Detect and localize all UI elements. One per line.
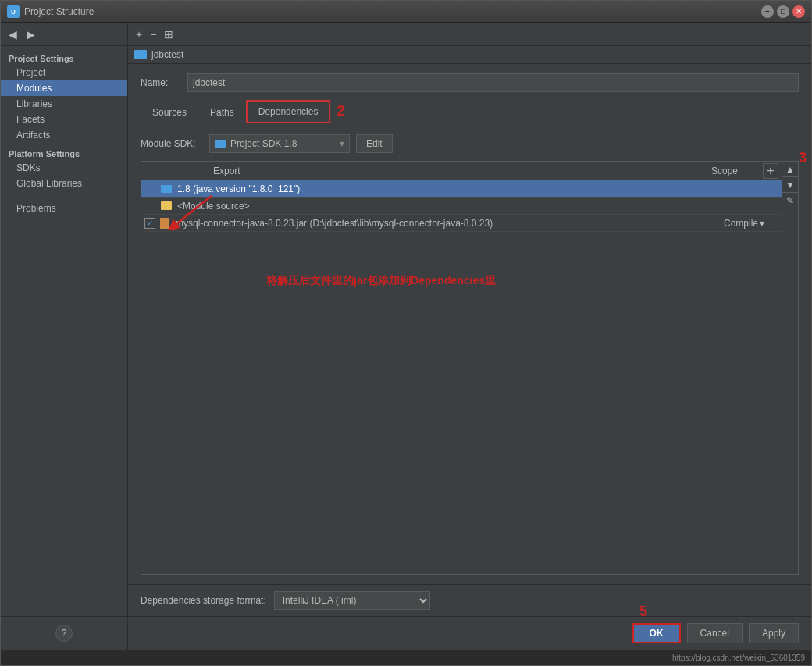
add-module-button[interactable]: + bbox=[133, 27, 145, 42]
sidebar-item-libraries[interactable]: Libraries bbox=[1, 96, 127, 112]
tabs-row: Sources Paths Dependencies 2 bbox=[141, 100, 799, 123]
tab-dependencies-label: Dependencies bbox=[258, 106, 319, 117]
tab-paths-label: Paths bbox=[210, 107, 234, 118]
annotation-3: 3 bbox=[799, 150, 807, 166]
mysql-jar-scope[interactable]: Compile ▾ bbox=[724, 218, 778, 229]
deps-rows: 1.8 (java version "1.8.0_121") <M bbox=[141, 180, 782, 574]
main-toolbar: + − ⊞ bbox=[128, 23, 811, 46]
back-button[interactable]: ◀ bbox=[5, 27, 20, 42]
mysql-jar-scope-value: Compile bbox=[724, 218, 758, 229]
sidebar-item-project-label: Project bbox=[16, 67, 45, 78]
maximize-button[interactable]: □ bbox=[777, 5, 789, 18]
dialog-buttons: 5 OK Cancel Apply bbox=[128, 616, 811, 650]
annotation-text: 将解压后文件里的jar包添加到Dependencies里 bbox=[266, 274, 496, 288]
sidebar-item-sdks-label: SDKs bbox=[16, 162, 41, 173]
project-item[interactable]: jdbctest bbox=[128, 46, 811, 64]
mysql-jar-icon bbox=[158, 218, 171, 229]
copy-module-button[interactable]: ⊞ bbox=[161, 27, 176, 42]
title-bar: U Project Structure − □ ✕ bbox=[1, 1, 811, 23]
project-icon bbox=[134, 50, 147, 59]
storage-format-label: Dependencies storage format: bbox=[141, 595, 266, 606]
tab-paths[interactable]: Paths bbox=[198, 102, 246, 123]
sidebar-item-sdks[interactable]: SDKs bbox=[1, 160, 127, 176]
sidebar-item-problems[interactable]: Problems bbox=[1, 201, 127, 216]
mysql-jar-checkbox[interactable] bbox=[144, 218, 155, 229]
sidebar-item-modules[interactable]: Modules bbox=[1, 80, 127, 96]
window-icon: U bbox=[7, 5, 20, 18]
sidebar-item-modules-label: Modules bbox=[16, 83, 52, 94]
jdk-name: 1.8 (java version "1.8.0_121") bbox=[177, 183, 721, 194]
sidebar-item-global-libraries-label: Global Libraries bbox=[16, 178, 82, 189]
title-text: Project Structure bbox=[24, 6, 761, 17]
deps-down-button[interactable]: ▼ bbox=[782, 177, 798, 193]
sidebar-item-global-libraries[interactable]: Global Libraries bbox=[1, 176, 127, 191]
annotation-2: 2 bbox=[337, 103, 344, 119]
sidebar-item-artifacts-label: Artifacts bbox=[16, 130, 50, 141]
sidebar-item-problems-label: Problems bbox=[16, 203, 56, 214]
project-settings-label: Project Settings bbox=[1, 51, 127, 65]
sdk-dropdown-arrow: ▾ bbox=[340, 138, 344, 149]
module-source-icon bbox=[160, 201, 173, 212]
mysql-jar-name: mysql-connector-java-8.0.23.jar (D:\jdbc… bbox=[176, 218, 721, 229]
jdk-icon bbox=[160, 183, 173, 194]
deps-row-jdk[interactable]: 1.8 (java version "1.8.0_121") bbox=[141, 180, 782, 198]
inner-content: Name: Sources Paths Dependencies bbox=[128, 64, 811, 584]
sdk-value: Project SDK 1.8 bbox=[230, 138, 297, 149]
help-button[interactable]: ? bbox=[55, 625, 73, 642]
scope-dropdown-arrow-icon: ▾ bbox=[760, 218, 764, 229]
footer-bar: https://blog.csdn.net/weixin_53601359 bbox=[1, 650, 811, 665]
forward-button[interactable]: ▶ bbox=[23, 27, 38, 42]
tab-dependencies[interactable]: Dependencies bbox=[246, 100, 331, 123]
storage-format-section: Dependencies storage format: IntelliJ ID… bbox=[128, 584, 811, 616]
module-source-name: <Module source> bbox=[177, 201, 721, 212]
deps-scope-header: Scope bbox=[694, 166, 757, 176]
deps-export-header: Export bbox=[182, 166, 688, 176]
remove-module-button[interactable]: − bbox=[147, 27, 159, 42]
sdk-row: Module SDK: Project SDK 1.8 ▾ Edit 3 bbox=[141, 134, 799, 153]
sdk-icon bbox=[215, 140, 226, 148]
main-content: + − ⊞ jdbctest Name: bbox=[128, 23, 811, 650]
sidebar: ◀ ▶ Project Settings Project Modules Lib… bbox=[1, 23, 128, 650]
sidebar-item-facets-label: Facets bbox=[16, 114, 45, 125]
window-controls: − □ ✕ bbox=[761, 5, 805, 18]
close-button[interactable]: ✕ bbox=[792, 5, 805, 18]
window-body: ◀ ▶ Project Settings Project Modules Lib… bbox=[1, 23, 811, 650]
footer-url: https://blog.csdn.net/weixin_53601359 bbox=[672, 654, 805, 662]
deps-add-button[interactable]: + bbox=[763, 163, 778, 179]
svg-text:U: U bbox=[11, 9, 16, 16]
svg-rect-3 bbox=[135, 51, 140, 53]
cancel-button[interactable]: Cancel bbox=[687, 623, 743, 643]
name-label: Name: bbox=[141, 77, 180, 88]
svg-rect-2 bbox=[135, 52, 146, 59]
dependencies-table: Export Scope + bbox=[141, 161, 799, 575]
content-area: Name: Sources Paths Dependencies bbox=[128, 64, 811, 650]
annotation-5: 5 bbox=[639, 604, 647, 620]
ok-button[interactable]: OK bbox=[632, 623, 681, 643]
minimize-button[interactable]: − bbox=[761, 5, 774, 18]
sidebar-item-libraries-label: Libraries bbox=[16, 98, 52, 109]
sdk-select[interactable]: Project SDK 1.8 ▾ bbox=[209, 134, 350, 153]
apply-button[interactable]: Apply bbox=[749, 623, 799, 643]
project-structure-window: U Project Structure − □ ✕ ◀ ▶ Project Se… bbox=[0, 0, 812, 666]
sidebar-item-artifacts[interactable]: Artifacts bbox=[1, 127, 127, 143]
deps-main: Export Scope + bbox=[141, 162, 782, 574]
deps-right-buttons: ▲ ▼ ✎ bbox=[782, 162, 798, 574]
deps-up-button[interactable]: ▲ bbox=[782, 162, 798, 177]
tab-sources-label: Sources bbox=[152, 107, 187, 118]
sidebar-item-project[interactable]: Project bbox=[1, 65, 127, 80]
project-name: jdbctest bbox=[151, 49, 183, 60]
deps-edit-button[interactable]: ✎ bbox=[782, 193, 798, 208]
deps-row-module-source[interactable]: <Module source> bbox=[141, 198, 782, 215]
edit-sdk-button[interactable]: Edit bbox=[356, 134, 393, 153]
sidebar-item-facets[interactable]: Facets bbox=[1, 112, 127, 127]
deps-header: Export Scope + bbox=[141, 162, 782, 180]
sdk-label: Module SDK: bbox=[141, 138, 203, 149]
sidebar-tree: Project Settings Project Modules Librari… bbox=[1, 46, 127, 616]
sidebar-toolbar: ◀ ▶ bbox=[1, 23, 127, 46]
platform-settings-label: Platform Settings bbox=[1, 143, 127, 160]
name-row: Name: bbox=[141, 73, 799, 92]
deps-row-mysql-jar[interactable]: mysql-connector-java-8.0.23.jar (D:\jdbc… bbox=[141, 215, 782, 232]
name-input[interactable] bbox=[187, 73, 799, 92]
tab-sources[interactable]: Sources bbox=[141, 102, 198, 123]
storage-format-select[interactable]: IntelliJ IDEA (.iml) bbox=[274, 591, 430, 610]
